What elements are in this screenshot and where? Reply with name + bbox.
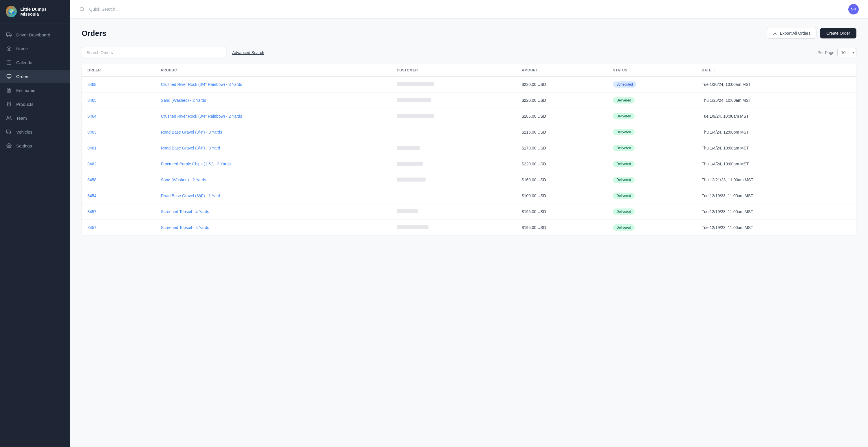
svg-point-18	[80, 7, 83, 11]
date-cell: Tue 12/19/23, 11:00am MST	[696, 220, 857, 236]
amount-cell: $220.00 USD	[516, 93, 607, 108]
svg-point-14	[7, 116, 9, 118]
order-id-link[interactable]: 8465	[87, 98, 96, 103]
sidebar-item-team-label: Team	[16, 116, 27, 121]
date-cell: Thu 1/4/24, 12:00pm MST	[696, 124, 857, 140]
order-id-link[interactable]: 8454	[87, 194, 96, 198]
calendar-icon	[6, 59, 12, 66]
svg-point-16	[9, 132, 10, 133]
vehicles-icon	[6, 129, 12, 135]
sidebar-item-estimates[interactable]: Estimates	[0, 83, 70, 97]
customer-placeholder	[397, 98, 431, 102]
sidebar-item-vehicles[interactable]: Vehicles	[0, 125, 70, 138]
order-id-link[interactable]: 8463	[87, 130, 96, 134]
product-link[interactable]: Screened Topsoil - 4 Yards	[161, 225, 209, 230]
customer-placeholder	[397, 82, 434, 86]
product-link[interactable]: Screened Topsoil - 4 Yards	[161, 209, 209, 214]
date-cell: Thu 12/21/23, 11:00am MST	[696, 172, 857, 188]
export-orders-button[interactable]: Export All Orders	[767, 28, 816, 39]
content-area: Orders Export All Orders Create Order Ad…	[70, 19, 868, 447]
table-row: 8457Screened Topsoil - 4 Yards$195.00 US…	[82, 220, 857, 236]
create-order-button[interactable]: Create Order	[820, 28, 857, 38]
product-link[interactable]: Road Base Gravel (3/4") - 3 Yards	[161, 130, 222, 134]
order-id-link[interactable]: 8458	[87, 177, 96, 182]
brand-name: Little Dumps Missoula	[20, 7, 64, 16]
date-cell: Tue 12/19/23, 11:00am MST	[696, 188, 857, 204]
sidebar-item-calendar[interactable]: Calendar	[0, 56, 70, 69]
product-link[interactable]: Fractured Purple Chips (1.5") - 3 Yards	[161, 162, 231, 166]
order-id-link[interactable]: 8462	[87, 162, 96, 166]
quick-search-input[interactable]	[89, 7, 844, 11]
brand-avatar: 🌍	[6, 6, 17, 18]
search-icon	[79, 7, 85, 12]
amount-cell: $100.00 USD	[516, 188, 607, 204]
table-row: 8463Road Base Gravel (3/4") - 3 Yards$21…	[82, 124, 857, 140]
advanced-search-link[interactable]: Advanced Search	[232, 50, 264, 55]
table-row: 8458Sand (Washed) - 2 Yards$160.00 USDDe…	[82, 172, 857, 188]
product-link[interactable]: Crushed River Rock (3/4" Rainbow) - 3 Ya…	[161, 82, 242, 87]
sort-desc-icon: ↓	[714, 69, 716, 72]
order-id-link[interactable]: 8464	[87, 114, 96, 118]
sidebar-item-estimates-label: Estimates	[16, 88, 35, 93]
sidebar-item-driver-dashboard[interactable]: Driver Dashboard	[0, 28, 70, 41]
order-id-link[interactable]: 8457	[87, 209, 96, 214]
order-id-link[interactable]: 8457	[87, 225, 96, 230]
customer-placeholder	[397, 162, 423, 166]
sidebar-item-settings[interactable]: Settings	[0, 139, 70, 152]
amount-cell: $185.00 USD	[516, 108, 607, 124]
date-cell: Tue 12/19/23, 11:00am MST	[696, 204, 857, 220]
order-id-link[interactable]: 8461	[87, 146, 96, 150]
col-status: STATUS	[607, 64, 696, 77]
per-page-select-wrap: 10 25 50 100 ▾	[837, 48, 857, 57]
customer-placeholder	[397, 114, 434, 118]
customer-placeholder	[397, 177, 426, 181]
date-cell: Tue 1/9/24, 10:00am MST	[696, 108, 857, 124]
table-row: 8464Crushed River Rock (3/4" Rainbow) - …	[82, 108, 857, 124]
product-link[interactable]: Sand (Washed) - 2 Yards	[161, 98, 206, 103]
table-row: 8468Crushed River Rock (3/4" Rainbow) - …	[82, 77, 857, 93]
col-order[interactable]: ORDER ↑	[82, 64, 155, 77]
amount-cell: $195.00 USD	[516, 204, 607, 220]
svg-marker-13	[7, 102, 11, 104]
sidebar-item-settings-label: Settings	[16, 143, 32, 148]
date-cell: Thu 1/25/24, 10:00am MST	[696, 93, 857, 108]
orders-table: ORDER ↑ PRODUCT CUSTOMER AMOUNT STATUS D…	[82, 64, 857, 236]
table-row: 8454Road Base Gravel (3/4") - 1 Yard$100…	[82, 188, 857, 204]
customer-placeholder	[397, 146, 420, 150]
sort-asc-icon: ↑	[103, 69, 105, 72]
product-link[interactable]: Sand (Washed) - 2 Yards	[161, 177, 206, 182]
col-date[interactable]: DATE ↓	[696, 64, 857, 77]
sidebar-item-orders[interactable]: Orders	[0, 70, 70, 83]
per-page-select[interactable]: 10 25 50 100	[837, 48, 857, 57]
svg-point-2	[7, 36, 8, 37]
user-avatar[interactable]: SR	[848, 4, 859, 14]
product-link[interactable]: Crushed River Rock (3/4" Rainbow) - 2 Ya…	[161, 114, 242, 118]
product-link[interactable]: Road Base Gravel (3/4") - 3 Yard	[161, 146, 220, 150]
products-icon	[6, 101, 12, 107]
export-orders-label: Export All Orders	[780, 31, 810, 36]
sidebar-item-products[interactable]: Products	[0, 97, 70, 111]
orders-icon	[6, 73, 12, 79]
product-link[interactable]: Road Base Gravel (3/4") - 1 Yard	[161, 194, 220, 198]
sidebar-item-products-label: Products	[16, 102, 33, 107]
page-header: Orders Export All Orders Create Order	[82, 28, 857, 39]
date-cell: Tue 1/30/24, 10:00am MST	[696, 77, 857, 93]
page-title: Orders	[82, 29, 106, 38]
amount-cell: $195.00 USD	[516, 220, 607, 236]
sidebar-item-calendar-label: Calendar	[16, 60, 34, 65]
svg-line-19	[83, 10, 84, 11]
status-badge: Scheduled	[613, 81, 637, 88]
estimates-icon	[6, 87, 12, 93]
sidebar-item-home[interactable]: Home	[0, 42, 70, 55]
order-id-link[interactable]: 8468	[87, 82, 96, 87]
amount-cell: $170.00 USD	[516, 140, 607, 156]
sidebar-item-team[interactable]: Team	[0, 111, 70, 125]
status-badge: Delivered	[613, 129, 634, 135]
svg-marker-1	[10, 34, 11, 36]
col-customer: CUSTOMER	[391, 64, 516, 77]
svg-point-15	[7, 132, 8, 133]
sidebar-item-home-label: Home	[16, 46, 28, 51]
search-orders-input[interactable]	[82, 47, 226, 59]
table-row: 8462Fractured Purple Chips (1.5") - 3 Ya…	[82, 156, 857, 172]
col-product: PRODUCT	[155, 64, 391, 77]
